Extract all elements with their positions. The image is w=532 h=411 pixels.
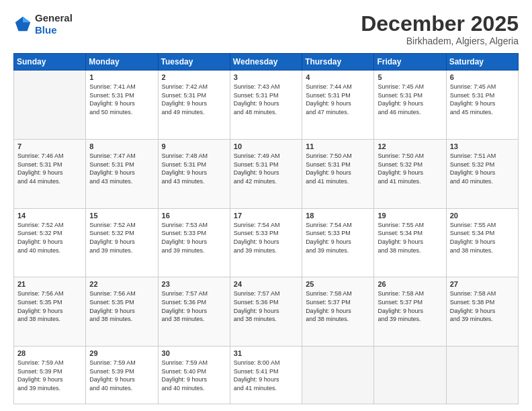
- location: Birkhadem, Algiers, Algeria: [361, 36, 519, 46]
- page: General Blue December 2025 Birkhadem, Al…: [0, 0, 532, 411]
- day-number: 12: [378, 142, 442, 150]
- day-info: Sunrise: 7:51 AM Sunset: 5:32 PM Dayligh…: [450, 152, 515, 185]
- table-row: 6Sunrise: 7:45 AM Sunset: 5:31 PM Daylig…: [446, 71, 518, 140]
- table-row: 12Sunrise: 7:50 AM Sunset: 5:32 PM Dayli…: [374, 139, 446, 208]
- day-number: 26: [378, 280, 442, 288]
- table-row: 2Sunrise: 7:42 AM Sunset: 5:31 PM Daylig…: [158, 71, 230, 140]
- day-number: 6: [450, 73, 515, 81]
- table-row: 20Sunrise: 7:55 AM Sunset: 5:34 PM Dayli…: [446, 208, 518, 277]
- table-row: 21Sunrise: 7:56 AM Sunset: 5:35 PM Dayli…: [14, 277, 86, 347]
- day-info: Sunrise: 7:54 AM Sunset: 5:33 PM Dayligh…: [306, 221, 370, 255]
- day-number: 21: [17, 280, 82, 288]
- table-row: 8Sunrise: 7:47 AM Sunset: 5:31 PM Daylig…: [86, 139, 158, 208]
- day-number: 9: [162, 142, 226, 150]
- day-number: 2: [162, 73, 226, 81]
- table-row: [14, 71, 86, 140]
- day-number: 17: [234, 212, 298, 220]
- day-info: Sunrise: 7:41 AM Sunset: 5:31 PM Dayligh…: [89, 83, 154, 116]
- table-row: 18Sunrise: 7:54 AM Sunset: 5:33 PM Dayli…: [302, 208, 374, 277]
- day-info: Sunrise: 7:47 AM Sunset: 5:31 PM Dayligh…: [89, 152, 154, 185]
- day-info: Sunrise: 7:57 AM Sunset: 5:36 PM Dayligh…: [234, 289, 298, 323]
- day-number: 15: [89, 212, 154, 220]
- day-info: Sunrise: 7:48 AM Sunset: 5:31 PM Dayligh…: [162, 152, 226, 185]
- table-row: 11Sunrise: 7:50 AM Sunset: 5:31 PM Dayli…: [302, 139, 374, 208]
- day-info: Sunrise: 7:59 AM Sunset: 5:39 PM Dayligh…: [17, 359, 82, 392]
- day-info: Sunrise: 7:45 AM Sunset: 5:31 PM Dayligh…: [378, 83, 442, 116]
- col-thursday: Thursday: [302, 54, 374, 71]
- day-info: Sunrise: 7:45 AM Sunset: 5:31 PM Dayligh…: [450, 83, 515, 116]
- col-sunday: Sunday: [14, 54, 86, 71]
- day-number: 25: [306, 280, 370, 288]
- table-row: 24Sunrise: 7:57 AM Sunset: 5:36 PM Dayli…: [230, 277, 302, 347]
- table-row: 1Sunrise: 7:41 AM Sunset: 5:31 PM Daylig…: [86, 71, 158, 140]
- table-row: 16Sunrise: 7:53 AM Sunset: 5:33 PM Dayli…: [158, 208, 230, 277]
- day-number: 8: [89, 142, 154, 150]
- table-row: 31Sunrise: 8:00 AM Sunset: 5:41 PM Dayli…: [230, 347, 302, 404]
- day-number: 7: [17, 142, 82, 150]
- day-number: 18: [306, 212, 370, 220]
- table-row: [446, 347, 518, 404]
- table-row: [374, 347, 446, 404]
- logo-text: General Blue: [35, 12, 73, 36]
- table-row: 17Sunrise: 7:54 AM Sunset: 5:33 PM Dayli…: [230, 208, 302, 277]
- day-info: Sunrise: 7:58 AM Sunset: 5:38 PM Dayligh…: [450, 289, 515, 323]
- day-number: 27: [450, 280, 515, 288]
- day-number: 23: [162, 280, 226, 288]
- header: General Blue December 2025 Birkhadem, Al…: [13, 12, 519, 46]
- day-info: Sunrise: 7:58 AM Sunset: 5:37 PM Dayligh…: [306, 289, 370, 323]
- day-info: Sunrise: 7:50 AM Sunset: 5:32 PM Dayligh…: [378, 152, 442, 185]
- day-number: 30: [162, 349, 226, 357]
- day-info: Sunrise: 8:00 AM Sunset: 5:41 PM Dayligh…: [234, 359, 298, 392]
- day-info: Sunrise: 7:59 AM Sunset: 5:40 PM Dayligh…: [162, 359, 226, 392]
- svg-marker-1: [23, 17, 30, 22]
- calendar-header-row: Sunday Monday Tuesday Wednesday Thursday…: [14, 54, 519, 71]
- table-row: 27Sunrise: 7:58 AM Sunset: 5:38 PM Dayli…: [446, 277, 518, 347]
- table-row: 10Sunrise: 7:49 AM Sunset: 5:31 PM Dayli…: [230, 139, 302, 208]
- col-friday: Friday: [374, 54, 446, 71]
- table-row: 15Sunrise: 7:52 AM Sunset: 5:32 PM Dayli…: [86, 208, 158, 277]
- day-info: Sunrise: 7:54 AM Sunset: 5:33 PM Dayligh…: [234, 221, 298, 255]
- day-info: Sunrise: 7:43 AM Sunset: 5:31 PM Dayligh…: [234, 83, 298, 116]
- title-block: December 2025 Birkhadem, Algiers, Algeri…: [361, 12, 519, 46]
- table-row: 19Sunrise: 7:55 AM Sunset: 5:34 PM Dayli…: [374, 208, 446, 277]
- col-saturday: Saturday: [446, 54, 518, 71]
- table-row: 13Sunrise: 7:51 AM Sunset: 5:32 PM Dayli…: [446, 139, 518, 208]
- logo-blue-text: Blue: [35, 24, 73, 36]
- day-number: 4: [306, 73, 370, 81]
- table-row: 22Sunrise: 7:56 AM Sunset: 5:35 PM Dayli…: [86, 277, 158, 347]
- day-number: 29: [89, 349, 154, 357]
- day-number: 31: [234, 349, 298, 357]
- day-number: 24: [234, 280, 298, 288]
- table-row: 26Sunrise: 7:58 AM Sunset: 5:37 PM Dayli…: [374, 277, 446, 347]
- day-info: Sunrise: 7:58 AM Sunset: 5:37 PM Dayligh…: [378, 289, 442, 323]
- day-number: 3: [234, 73, 298, 81]
- day-info: Sunrise: 7:46 AM Sunset: 5:31 PM Dayligh…: [17, 152, 82, 185]
- day-info: Sunrise: 7:57 AM Sunset: 5:36 PM Dayligh…: [162, 289, 226, 323]
- day-info: Sunrise: 7:56 AM Sunset: 5:35 PM Dayligh…: [89, 289, 154, 323]
- day-number: 22: [89, 280, 154, 288]
- day-info: Sunrise: 7:49 AM Sunset: 5:31 PM Dayligh…: [234, 152, 298, 185]
- col-monday: Monday: [86, 54, 158, 71]
- day-number: 28: [17, 349, 82, 357]
- day-number: 20: [450, 212, 515, 220]
- day-info: Sunrise: 7:55 AM Sunset: 5:34 PM Dayligh…: [378, 221, 442, 255]
- day-info: Sunrise: 7:56 AM Sunset: 5:35 PM Dayligh…: [17, 289, 82, 323]
- table-row: 14Sunrise: 7:52 AM Sunset: 5:32 PM Dayli…: [14, 208, 86, 277]
- day-number: 5: [378, 73, 442, 81]
- day-info: Sunrise: 7:55 AM Sunset: 5:34 PM Dayligh…: [450, 221, 515, 255]
- table-row: 25Sunrise: 7:58 AM Sunset: 5:37 PM Dayli…: [302, 277, 374, 347]
- day-info: Sunrise: 7:52 AM Sunset: 5:32 PM Dayligh…: [89, 221, 154, 255]
- day-info: Sunrise: 7:44 AM Sunset: 5:31 PM Dayligh…: [306, 83, 370, 116]
- day-info: Sunrise: 7:42 AM Sunset: 5:31 PM Dayligh…: [162, 83, 226, 116]
- table-row: 28Sunrise: 7:59 AM Sunset: 5:39 PM Dayli…: [14, 347, 86, 404]
- col-wednesday: Wednesday: [230, 54, 302, 71]
- day-number: 16: [162, 212, 226, 220]
- day-number: 19: [378, 212, 442, 220]
- table-row: 3Sunrise: 7:43 AM Sunset: 5:31 PM Daylig…: [230, 71, 302, 140]
- day-info: Sunrise: 7:50 AM Sunset: 5:31 PM Dayligh…: [306, 152, 370, 185]
- day-number: 13: [450, 142, 515, 150]
- table-row: [302, 347, 374, 404]
- table-row: 30Sunrise: 7:59 AM Sunset: 5:40 PM Dayli…: [158, 347, 230, 404]
- table-row: 5Sunrise: 7:45 AM Sunset: 5:31 PM Daylig…: [374, 71, 446, 140]
- calendar-table: Sunday Monday Tuesday Wednesday Thursday…: [13, 53, 519, 404]
